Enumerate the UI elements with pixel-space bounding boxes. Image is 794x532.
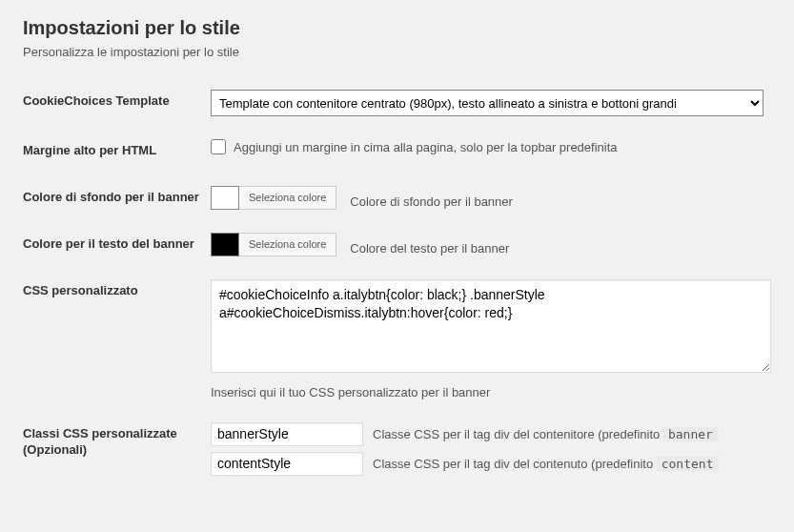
template-label: CookieChoices Template	[23, 78, 211, 128]
text-color-select-button[interactable]: Seleziona colore	[239, 233, 336, 256]
bg-color-select-button[interactable]: Seleziona colore	[239, 186, 336, 210]
banner-class-desc-text: Classe CSS per il tag div del contenitor…	[373, 427, 663, 441]
classes-label: Classi CSS personalizzate (Opzionali)	[23, 411, 211, 493]
section-title: Impostazioni per lo stile	[23, 17, 771, 39]
content-class-desc: Classe CSS per il tag div del contenuto …	[373, 457, 719, 471]
banner-class-code: banner	[663, 427, 718, 441]
template-select[interactable]: Template con contenitore centrato (980px…	[211, 90, 763, 116]
margin-label: Margine alto per HTML	[23, 128, 211, 174]
margin-checkbox[interactable]	[211, 139, 226, 154]
text-color-description: Colore del testo per il banner	[350, 234, 509, 256]
banner-class-input[interactable]	[211, 422, 363, 446]
banner-class-desc: Classe CSS per il tag div del contenitor…	[373, 427, 718, 441]
text-color-swatch[interactable]	[211, 233, 239, 256]
content-class-input[interactable]	[211, 452, 363, 476]
text-color-label: Colore per il testo del banner	[23, 221, 211, 268]
content-class-desc-text: Classe CSS per il tag div del contenuto …	[373, 457, 657, 471]
margin-checkbox-label: Aggiungi un margine in cima alla pagina,…	[234, 140, 618, 154]
content-class-code: content	[657, 457, 719, 471]
custom-css-label: CSS personalizzato	[23, 268, 211, 411]
custom-css-textarea[interactable]	[211, 279, 771, 373]
bg-color-description: Colore di sfondo per il banner	[350, 187, 513, 209]
bg-color-swatch[interactable]	[211, 186, 239, 210]
custom-css-help: Inserisci qui il tuo CSS personalizzato …	[211, 385, 771, 399]
settings-form: CookieChoices Template Template con cont…	[23, 78, 771, 493]
bg-color-label: Colore di sfondo per il banner	[23, 174, 211, 221]
section-subtitle: Personalizza le impostazioni per lo stil…	[23, 45, 771, 59]
